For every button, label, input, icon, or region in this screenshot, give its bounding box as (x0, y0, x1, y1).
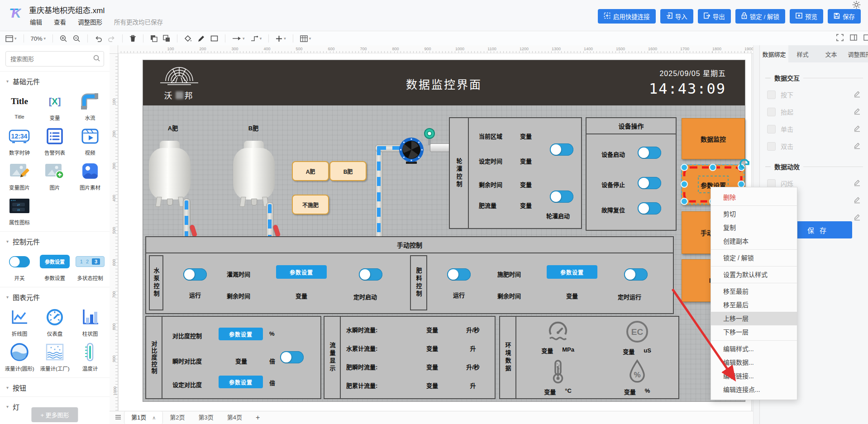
pump-timer-toggle[interactable] (359, 268, 382, 281)
theme-sun-icon[interactable] (852, 0, 861, 11)
fert-b-button[interactable]: B肥 (329, 161, 367, 181)
menu-item[interactable]: 复制 (711, 221, 797, 234)
undo-icon[interactable] (95, 35, 102, 42)
menu-item[interactable]: 删除 (711, 191, 797, 204)
contrast-row3-param-button[interactable]: 参数设置 (219, 376, 263, 388)
menu-item-1[interactable]: 编辑 (30, 17, 42, 26)
menu-item-3[interactable]: 调整图形 (78, 17, 102, 26)
paste-icon[interactable] (163, 35, 170, 42)
action-button-export[interactable]: 导出 (698, 9, 731, 24)
menu-item[interactable]: 锁定 / 解锁 (711, 251, 797, 265)
page-tab-3[interactable]: 第3页 (192, 411, 220, 424)
fullscreen-icon[interactable] (836, 34, 844, 43)
action-button-quick-connect[interactable]: 启用快捷连接 (598, 9, 656, 24)
contrast-row1-param-button[interactable]: 参数设置 (219, 328, 263, 340)
shape-item-imgedit[interactable]: 变量图片 (2, 162, 37, 191)
menu-item[interactable]: 下移一层 (711, 325, 797, 339)
pen-icon[interactable] (197, 35, 205, 43)
shape-item-liquidround[interactable]: 液量计(圆形) (2, 343, 37, 372)
checkbox[interactable] (767, 91, 776, 99)
edit-pencil-icon[interactable] (853, 213, 861, 223)
edit-pencil-icon[interactable] (853, 178, 861, 188)
section-header-3[interactable]: ▾图表元件 (0, 287, 110, 306)
design-canvas[interactable]: 1002003004005006007008009001000110012001… (110, 45, 753, 411)
checkbox[interactable] (767, 108, 776, 116)
action-button-import[interactable]: 导入 (660, 9, 693, 24)
menu-item[interactable]: 上移一层 (711, 312, 797, 325)
device-toggle-3[interactable] (638, 202, 661, 214)
page-tab-2[interactable]: 第2页 (163, 411, 191, 424)
checkbox[interactable] (767, 142, 776, 151)
section-header-1[interactable]: ▾基础元件 (0, 71, 110, 90)
shape-item-multistate[interactable]: 123多状态控制 (72, 252, 108, 281)
fill-color-icon[interactable] (184, 35, 192, 43)
table-button[interactable]: ▾ (300, 35, 311, 42)
section-header-4[interactable]: ▾按钮 (0, 377, 110, 396)
search-input[interactable] (5, 51, 104, 67)
page-list-icon[interactable] (115, 414, 121, 422)
action-button-save[interactable]: 保存 (828, 9, 861, 24)
scada-screen[interactable]: 沃邦 数据监控界面 2025/09/05 星期五 14:43:09 A肥 B肥 (143, 60, 745, 402)
shape-frame-icon[interactable] (210, 35, 218, 42)
shape-item-imgadd[interactable]: 图片 (37, 162, 72, 191)
menu-item-2[interactable]: 查看 (54, 17, 66, 26)
fert-timer-toggle[interactable] (624, 268, 648, 281)
action-button-preview[interactable]: 预览 (790, 9, 823, 24)
fert-run-toggle[interactable] (447, 268, 471, 281)
action-button-lock[interactable]: 锁定 / 解锁 (735, 9, 785, 24)
shape-item-barchart[interactable]: 柱状图 (72, 308, 108, 337)
rotation-toggle-1[interactable] (550, 143, 573, 156)
shape-item-gaugechart[interactable]: 仪表盘 (37, 308, 72, 337)
tab-2[interactable]: 样式 (788, 45, 817, 62)
rotation-toggle-2[interactable] (550, 191, 573, 203)
shape-item-linechart[interactable]: 折线图 (2, 308, 37, 337)
zoom-level-select[interactable]: 70%▾ (31, 35, 46, 42)
menu-item[interactable]: 剪切 (711, 207, 797, 221)
menu-item[interactable]: 创建副本 (711, 234, 797, 248)
section-header-2[interactable]: ▾控制元件 (0, 231, 110, 250)
checkbox[interactable] (767, 125, 776, 133)
collapse-panel-icon[interactable] (863, 34, 868, 43)
copy-icon[interactable] (150, 35, 157, 42)
menu-item[interactable]: 编辑样式... (711, 342, 797, 356)
more-shapes-button[interactable]: + 更多图形 (31, 407, 78, 422)
fert-param-button[interactable]: 参数设置 (547, 265, 597, 279)
shape-item-panel[interactable]: 2715属性图标 (2, 196, 37, 226)
search-icon[interactable] (93, 55, 100, 63)
no-fert-button[interactable]: 不施肥 (292, 195, 329, 214)
edit-pencil-icon[interactable] (853, 141, 861, 151)
shape-item-title[interactable]: TitleTitle (2, 92, 37, 121)
device-toggle-2[interactable] (638, 177, 661, 189)
shape-item-parambtn[interactable]: 参数设置参数设置 (37, 252, 72, 281)
menu-item[interactable]: 移至最前 (711, 285, 797, 298)
shape-item-video[interactable]: 视频 (72, 127, 108, 156)
edit-pencil-icon[interactable] (853, 107, 861, 117)
menu-item[interactable]: 编辑数据... (711, 356, 797, 369)
shape-item-thermo[interactable]: 温度计 (72, 343, 108, 372)
arrow-style-button[interactable]: ▾ (232, 36, 245, 41)
shape-item-clock[interactable]: 12:34数字时钟 (2, 127, 37, 156)
tab-3[interactable]: 文本 (817, 45, 845, 62)
contrast-toggle[interactable] (280, 351, 304, 363)
edit-pencil-icon[interactable] (853, 124, 861, 134)
pump-run-toggle[interactable] (183, 268, 207, 281)
edit-pencil-icon[interactable] (853, 90, 861, 100)
canvas-page[interactable]: 沃邦 数据监控界面 2025/09/05 星期五 14:43:09 A肥 B肥 (119, 53, 751, 411)
split-panel-icon[interactable] (850, 34, 857, 43)
device-toggle-1[interactable] (638, 147, 661, 159)
redo-icon[interactable] (108, 35, 115, 42)
menu-item[interactable]: 移至最后 (711, 298, 797, 312)
menu-item[interactable]: 编辑链接... (711, 369, 797, 383)
zoom-in-icon[interactable] (60, 35, 67, 43)
shape-item-liquidtank[interactable]: 液量计(工厂) (37, 343, 72, 372)
nav-box-1[interactable]: 数据监控 (682, 118, 745, 159)
tab-1[interactable]: 数据绑定 (760, 45, 788, 62)
page-layout-button[interactable]: ▾ (5, 35, 17, 42)
checkbox[interactable] (767, 179, 776, 188)
menu-item[interactable]: 设置为默认样式 (711, 268, 797, 281)
connector-style-button[interactable]: ▾ (250, 35, 262, 42)
insert-button[interactable]: ▾ (276, 35, 286, 42)
pump-param-button[interactable]: 参数设置 (276, 265, 327, 279)
fert-a-button[interactable]: A肥 (292, 161, 329, 181)
shape-item-pipe[interactable]: 水流 (72, 92, 108, 121)
